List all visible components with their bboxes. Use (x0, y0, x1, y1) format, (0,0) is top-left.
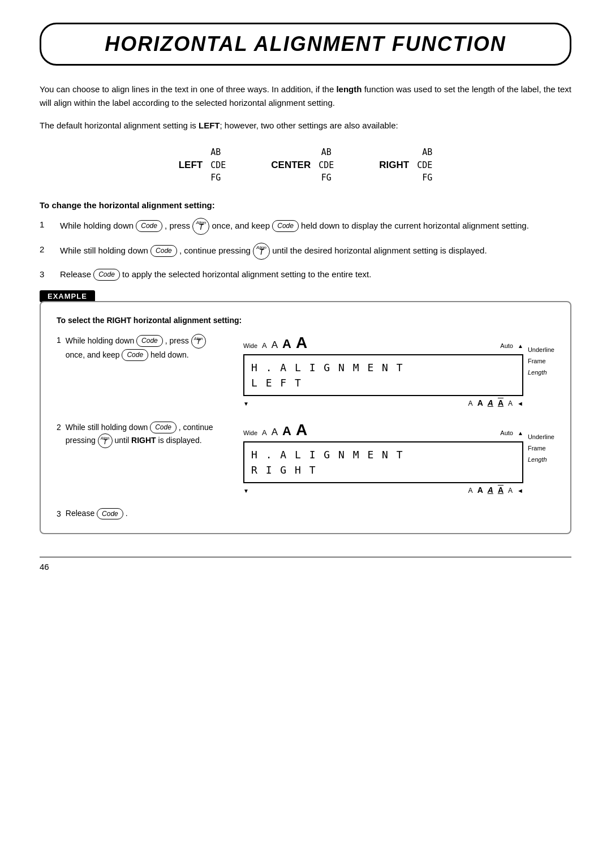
example-title: To select the RIGHT horizontal alignment… (57, 316, 554, 325)
example-step-2-display: Wide A A A A Auto ▲ H . A L I G N M E N … (243, 421, 554, 495)
code-key-3: Code (93, 269, 120, 281)
lcd1-screen: H . A L I G N M E N TL E F T (243, 354, 523, 396)
lcd2-b-a1: A (468, 487, 473, 495)
intro-paragraph-1: You can choose to align lines in the tex… (40, 83, 571, 110)
align-center-item: CENTER ABCDEFG (271, 146, 334, 184)
lcd1-arr: ◄ (517, 400, 523, 407)
lcd1-a3: A (282, 337, 291, 351)
lcd2-top-row: Wide A A A A Auto ▲ (243, 421, 523, 439)
step-1-num: 1 (40, 218, 50, 235)
page-number: 46 (40, 557, 571, 571)
lcd2-triangle-up: ▲ (518, 430, 523, 436)
example-step-2-left: 2 While still holding down Code , contin… (57, 421, 226, 449)
lcd1-b-a2: A (477, 398, 483, 407)
example-step-1-num: 1 (57, 334, 61, 346)
lcd1-b-a5: A (508, 399, 513, 407)
step-2: 2 While still holding down Code , contin… (40, 243, 571, 260)
change-heading: To change the horizontal alignment setti… (40, 200, 571, 210)
lcd1-underline-label: Underline (528, 346, 554, 353)
lcd2-triangle-down: ▼ (243, 488, 249, 494)
steps-list: 1 While holding down Code , press AlignT… (40, 218, 571, 281)
example-step-1-display: Wide A A A A Auto ▲ H . A L I G N M E N … (243, 334, 554, 407)
step-3: 3 Release Code to apply the selected hor… (40, 268, 571, 281)
step-1-content: While holding down Code , press AlignT o… (60, 218, 571, 235)
lcd2-auto: Auto (500, 429, 513, 436)
lcd2-wide: Wide (243, 429, 257, 436)
align-left-text: ABCDEFG (210, 146, 226, 184)
example-step-2: 2 While still holding down Code , contin… (57, 421, 554, 495)
step-3-num: 3 (40, 268, 50, 281)
t-key-ex1: AlignT (191, 334, 206, 349)
t-key-ex2: AlignT (98, 433, 113, 448)
align-right-item: RIGHT ABCDEFG (379, 146, 432, 184)
lcd2-side-labels: Underline Frame Length (528, 421, 554, 467)
lcd2-a2: A (272, 427, 278, 438)
code-key-1a: Code (136, 220, 162, 232)
lcd1-side-labels: Underline Frame Length (528, 334, 554, 380)
lcd1-triangle-down: ▼ (243, 401, 249, 407)
example-step-3-text: Release Code . (66, 508, 128, 520)
step-3-content: Release Code to apply the selected horiz… (60, 268, 571, 281)
lcd1-bottom-row: ▼ A A A A A ◄ (243, 398, 523, 407)
lcd2-screen: H . A L I G N M E N TR I G H T (243, 441, 523, 483)
alignment-demo: LEFT ABCDEFG CENTER ABCDEFG RIGHT ABCDEF… (40, 146, 571, 184)
lcd1-auto: Auto (500, 342, 513, 349)
lcd2-a3: A (282, 424, 291, 439)
lcd1-b-a4: A (498, 398, 504, 407)
lcd2-b-a4: A (498, 485, 504, 495)
page-number-value: 46 (40, 562, 49, 571)
code-key-ex2: Code (150, 422, 177, 433)
lcd1-top-row: Wide A A A A Auto ▲ (243, 334, 523, 352)
lcd1-a1: A (262, 341, 267, 350)
example-step-1: 1 While holding down Code , press AlignT… (57, 334, 554, 407)
lcd2-a4: A (296, 421, 307, 439)
lcd2-b-a2: A (477, 485, 483, 495)
example-step-3: 3 Release Code . (57, 508, 554, 520)
page-title: HORIZONTAL ALIGNMENT FUNCTION (64, 32, 547, 56)
code-key-1b: Code (272, 220, 299, 232)
example-label: EXAMPLE (40, 290, 95, 302)
align-left-label: LEFT (179, 160, 203, 171)
lcd2-frame-label: Frame (528, 445, 554, 452)
t-key-1: AlignT (192, 218, 209, 235)
page-title-box: HORIZONTAL ALIGNMENT FUNCTION (40, 23, 571, 66)
t-key-2: AlignT (253, 243, 270, 260)
example-box: To select the RIGHT horizontal alignment… (40, 301, 571, 535)
lcd1-b-a1: A (468, 399, 473, 407)
lcd1-frame-label: Frame (528, 358, 554, 364)
step-1: 1 While holding down Code , press AlignT… (40, 218, 571, 235)
code-key-2: Code (150, 245, 177, 257)
code-key-ex1b: Code (122, 349, 148, 361)
align-center-label: CENTER (271, 160, 311, 171)
lcd2-b-a3: A (488, 485, 493, 495)
code-key-ex3: Code (97, 508, 123, 520)
intro-paragraph-2: The default horizontal alignment setting… (40, 119, 571, 132)
lcd1-a2: A (272, 340, 278, 351)
example-step-1-left: 1 While holding down Code , press AlignT… (57, 334, 226, 362)
lcd2-bottom-row: ▼ A A A A A ◄ (243, 485, 523, 495)
lcd2-underline-label: Underline (528, 433, 554, 440)
code-key-ex1a: Code (136, 335, 163, 347)
align-left-item: LEFT ABCDEFG (179, 146, 226, 184)
align-right-label: RIGHT (379, 160, 409, 171)
align-center-text: ABCDEFG (319, 146, 334, 184)
lcd1-triangle-up: ▲ (518, 343, 523, 349)
lcd2-arr: ◄ (517, 487, 523, 494)
lcd2-length-label: Length (528, 456, 554, 463)
lcd2-b-a5: A (508, 487, 513, 495)
step-2-num: 2 (40, 243, 50, 260)
step-2-content: While still holding down Code , continue… (60, 243, 571, 260)
example-step-3-num: 3 (57, 509, 61, 518)
lcd2-a1: A (262, 428, 267, 437)
lcd1-a4: A (296, 334, 307, 352)
align-right-text: ABCDEFG (417, 146, 432, 184)
lcd1-b-a3: A (488, 398, 493, 407)
lcd1-wide: Wide (243, 342, 257, 349)
lcd1-length-label: Length (528, 369, 554, 376)
example-step-2-num: 2 (57, 421, 61, 433)
